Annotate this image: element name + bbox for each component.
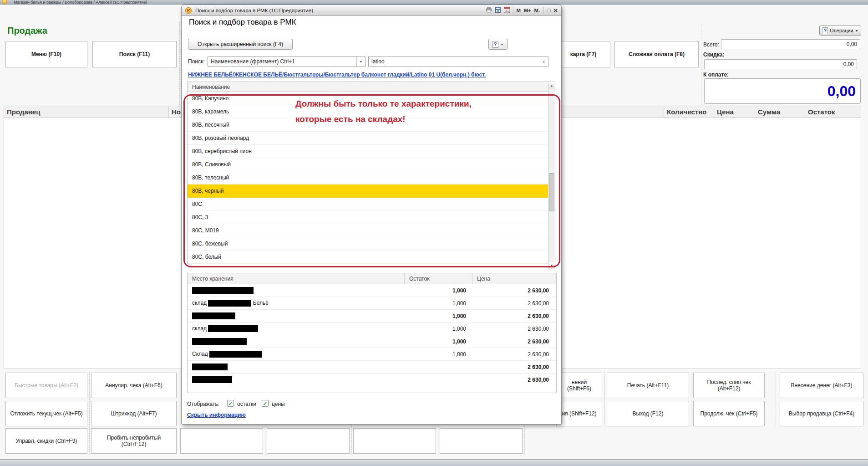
advanced-search-button[interactable]: Открыть расширенный поиск (F4) [188, 39, 293, 50]
storage-row[interactable]: 1,0002 630,00 [188, 335, 556, 348]
breadcrumb[interactable]: НИЖНЕЕ БЕЛЬЁ/ЖЕНСКОЕ БЕЛЬЁ/Бюстгальтеры/… [188, 72, 486, 78]
prices-checkbox-label[interactable]: цены [272, 401, 285, 407]
cash-in-button[interactable]: Внесение денег (Alt+F3) [780, 373, 863, 398]
quick-cell-empty[interactable] [180, 428, 263, 454]
help-dropdown-button[interactable]: ? ▼ [488, 39, 508, 50]
partial-shift-f6-button[interactable]: нений (Shift+F6) [556, 373, 602, 398]
search-input[interactable]: latino x [368, 56, 548, 67]
storage-row[interactable]: Склад 1,0002 630,00 [188, 348, 556, 361]
quick-cell-empty[interactable] [353, 428, 436, 454]
redacted-text [209, 351, 262, 358]
col-price[interactable]: Цена [472, 273, 556, 284]
stock-checkbox[interactable]: ✓ [227, 400, 234, 407]
characteristics-list[interactable]: Наименование 80В, Капучино80В, карамель8… [187, 82, 555, 264]
list-item[interactable]: 80С, М019 [188, 224, 554, 237]
void-receipt-button[interactable]: Аннулир. чека (Alt+F6) [91, 373, 177, 398]
price-cell: 2 630,00 [472, 377, 556, 383]
storage-row[interactable]: 1,0002 630,00 [188, 284, 556, 297]
col-stock[interactable]: Остаток [805, 106, 848, 118]
barcode-button[interactable]: Штрихкод (Alt+F7) [91, 401, 177, 426]
chevron-down-icon[interactable]: ▼ [356, 56, 365, 67]
payable-field: 0,00 [704, 78, 861, 104]
totals-splitter [701, 24, 701, 105]
storage-place-cell [188, 364, 405, 370]
calendar-icon[interactable]: 31 [504, 6, 510, 15]
storage-table[interactable]: Место хранения Остаток Цена 1,0002 630,0… [187, 273, 557, 393]
search-select-dialog: 1С Поиск и подбор товара в РМК (1С:Предп… [181, 5, 562, 425]
list-scrollbar[interactable]: ▲ ▼ [548, 82, 555, 269]
storage-row[interactable]: склад Бельё1,0002 630,00 [188, 297, 556, 310]
hold-receipt-button[interactable]: Отложить текущ.чек (Alt+F5) [5, 401, 87, 426]
quick-goods-button[interactable]: Быстрые товары (Alt+F2) [5, 373, 87, 398]
rmk-screen: Магазин белья и одежды / Волобородова / … [0, 0, 868, 466]
search-mode-value: Наименование (фрагмент) Ctrl+1 [208, 58, 356, 65]
search-button[interactable]: Поиск (F11) [92, 41, 177, 67]
memory-button[interactable]: M [517, 8, 521, 13]
print-button[interactable]: Печать (Alt+F11) [607, 373, 689, 398]
stock-cell: 1,000 [405, 351, 472, 358]
onec-dialog-icon: 1С [185, 7, 192, 14]
prices-checkbox[interactable]: ✓ [262, 400, 269, 407]
display-options-label: Отображать: [187, 401, 219, 407]
scroll-up-icon[interactable]: ▲ [548, 82, 555, 89]
list-item[interactable]: 80В, Сливовый [188, 158, 554, 171]
scrollbar-thumb[interactable] [549, 173, 554, 211]
col-price[interactable]: Цена [714, 106, 755, 118]
card-button[interactable]: карта (F7) [556, 41, 610, 67]
stock-checkbox-label[interactable]: остатки [237, 401, 256, 407]
maximize-button[interactable]: □ [547, 7, 550, 14]
storage-row[interactable]: 2 630,00 [188, 361, 556, 374]
col-quantity[interactable]: Количество [664, 106, 714, 118]
storage-place-cell [188, 312, 405, 319]
chevron-down-icon: ▼ [501, 43, 504, 46]
clear-icon[interactable]: x [539, 56, 548, 67]
operations-button[interactable]: ? Операции ▼ [819, 26, 861, 36]
list-item[interactable]: 80С, белый [188, 251, 554, 264]
manage-discounts-button[interactable]: Управл. скидки (Ctrl+F9) [5, 428, 87, 454]
list-item[interactable]: 80В, розовый леопард [188, 132, 554, 145]
redacted-text [192, 312, 235, 319]
select-seller-button[interactable]: Выбор продавца (Ctrl+F4) [780, 401, 863, 426]
calculator-icon[interactable] [495, 6, 501, 15]
continue-receipt-button[interactable]: Продолж. чек (Ctrl+F5) [693, 401, 765, 426]
memory-minus-button[interactable]: M- [534, 8, 540, 13]
hide-info-link[interactable]: Скрыть информацию [187, 412, 246, 418]
list-header[interactable]: Наименование [188, 82, 554, 92]
last-slip-button[interactable]: Послед. слип чек (Alt+F12) [693, 373, 765, 398]
list-item[interactable]: 80В, телесный [188, 171, 554, 184]
dialog-titlebar[interactable]: 1С Поиск и подбор товара в РМК (1С:Предп… [182, 5, 561, 16]
search-mode-select[interactable]: Наименование (фрагмент) Ctrl+1 ▼ [208, 56, 365, 67]
quick-cell-empty[interactable] [267, 428, 350, 454]
scroll-down-icon[interactable]: ▼ [548, 262, 555, 269]
memory-plus-button[interactable]: M+ [524, 8, 531, 13]
list-item-selected[interactable]: 80В, черный [188, 184, 554, 198]
list-item[interactable]: 80С, бежевый [188, 237, 554, 251]
list-item[interactable]: 80В, серебристый пион [188, 145, 554, 158]
storage-table-filler [188, 386, 556, 393]
list-item[interactable]: 80С, 3 [188, 211, 554, 224]
exit-button[interactable]: Выход (F12) [607, 401, 689, 426]
col-stock[interactable]: Остаток [405, 273, 472, 284]
col-sum[interactable]: Сумма [755, 106, 805, 118]
list-item[interactable]: 80С [188, 198, 554, 211]
storage-row[interactable]: 1,0002 630,00 [188, 310, 556, 323]
storage-row[interactable]: 2 630,00 [188, 374, 556, 386]
quick-cell-empty[interactable] [440, 428, 523, 454]
close-button[interactable]: × [553, 6, 558, 14]
annotation-line2: которые есть на складах! [295, 114, 406, 124]
punch-unpunched-button[interactable]: Пробить непробитый (Ctrl+F12) [91, 428, 177, 454]
menu-button[interactable]: Меню (F10) [5, 41, 87, 67]
storage-row[interactable]: склад 1,0002 630,00 [188, 323, 556, 335]
redacted-text [208, 325, 258, 332]
main-window-titlebar: Магазин белья и одежды / Волобородова / … [0, 0, 868, 5]
partial-shift-f12-button[interactable]: ия (Shift+F12) [556, 401, 602, 426]
col-storage-place[interactable]: Место хранения [188, 273, 405, 284]
complex-payment-button[interactable]: Сложная оплата (F8) [614, 41, 699, 67]
grid-guide [776, 372, 776, 426]
total-field: 0,00 [721, 39, 860, 49]
print-icon[interactable] [486, 6, 492, 15]
help-icon: ? [492, 41, 498, 48]
discount-field: 0,00 [704, 59, 857, 69]
stock-cell: 1,000 [405, 326, 472, 332]
col-seller[interactable]: Продавец [4, 106, 169, 118]
